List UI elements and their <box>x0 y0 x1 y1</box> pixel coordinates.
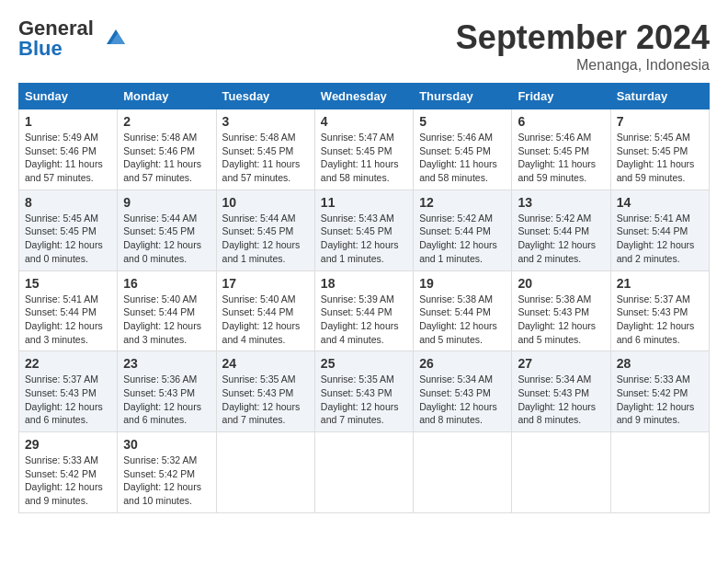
day-info-27: Sunrise: 5:34 AMSunset: 5:43 PMDaylight:… <box>518 373 604 427</box>
calendar-day-18: 18 Sunrise: 5:39 AMSunset: 5:44 PMDaylig… <box>314 270 413 351</box>
day-info-17: Sunrise: 5:40 AMSunset: 5:44 PMDaylight:… <box>222 293 309 347</box>
day-number-24: 24 <box>222 356 309 371</box>
logo-icon <box>97 26 127 52</box>
calendar-day-6: 6 Sunrise: 5:46 AMSunset: 5:45 PMDayligh… <box>512 109 610 190</box>
day-number-11: 11 <box>321 195 407 210</box>
day-number-4: 4 <box>321 114 407 129</box>
calendar-day-1: 1 Sunrise: 5:49 AMSunset: 5:46 PMDayligh… <box>19 109 118 190</box>
header-sunday: Sunday <box>19 84 118 109</box>
calendar-week-5: 29 Sunrise: 5:33 AMSunset: 5:42 PMDaylig… <box>19 432 710 513</box>
page-header: General Blue September 2024 Menanga, Ind… <box>18 18 710 74</box>
day-info-4: Sunrise: 5:47 AMSunset: 5:45 PMDaylight:… <box>321 131 407 185</box>
empty-cell <box>610 432 709 513</box>
day-number-3: 3 <box>222 114 309 129</box>
calendar-day-28: 28 Sunrise: 5:33 AMSunset: 5:42 PMDaylig… <box>610 351 709 432</box>
calendar-week-3: 15 Sunrise: 5:41 AMSunset: 5:44 PMDaylig… <box>19 270 710 351</box>
day-info-15: Sunrise: 5:41 AMSunset: 5:44 PMDaylight:… <box>25 293 111 347</box>
day-info-21: Sunrise: 5:37 AMSunset: 5:43 PMDaylight:… <box>617 293 703 347</box>
calendar-day-9: 9 Sunrise: 5:44 AMSunset: 5:45 PMDayligh… <box>118 190 216 270</box>
day-number-25: 25 <box>321 356 407 371</box>
logo-blue: Blue <box>18 39 63 59</box>
calendar-day-10: 10 Sunrise: 5:44 AMSunset: 5:45 PMDaylig… <box>216 190 314 270</box>
weekday-header-row: Sunday Monday Tuesday Wednesday Thursday… <box>19 84 710 109</box>
day-info-2: Sunrise: 5:48 AMSunset: 5:46 PMDaylight:… <box>123 131 210 185</box>
day-info-29: Sunrise: 5:33 AMSunset: 5:42 PMDaylight:… <box>25 454 111 508</box>
day-number-30: 30 <box>123 437 210 452</box>
day-number-17: 17 <box>222 276 309 291</box>
day-number-7: 7 <box>617 114 703 129</box>
calendar-table: Sunday Monday Tuesday Wednesday Thursday… <box>18 83 710 513</box>
day-number-18: 18 <box>321 276 407 291</box>
header-tuesday: Tuesday <box>216 84 314 109</box>
calendar-day-15: 15 Sunrise: 5:41 AMSunset: 5:44 PMDaylig… <box>19 270 118 351</box>
calendar-week-4: 22 Sunrise: 5:37 AMSunset: 5:43 PMDaylig… <box>19 351 710 432</box>
header-wednesday: Wednesday <box>314 84 413 109</box>
header-monday: Monday <box>118 84 216 109</box>
day-number-8: 8 <box>25 195 111 210</box>
day-info-3: Sunrise: 5:48 AMSunset: 5:45 PMDaylight:… <box>222 131 309 185</box>
day-number-9: 9 <box>123 195 210 210</box>
calendar-day-20: 20 Sunrise: 5:38 AMSunset: 5:43 PMDaylig… <box>512 270 610 351</box>
day-info-24: Sunrise: 5:35 AMSunset: 5:43 PMDaylight:… <box>222 373 309 427</box>
calendar-day-27: 27 Sunrise: 5:34 AMSunset: 5:43 PMDaylig… <box>512 351 610 432</box>
logo-general: General <box>18 18 94 39</box>
calendar-week-2: 8 Sunrise: 5:45 AMSunset: 5:45 PMDayligh… <box>19 190 710 270</box>
day-number-29: 29 <box>25 437 111 452</box>
calendar-day-29: 29 Sunrise: 5:33 AMSunset: 5:42 PMDaylig… <box>19 432 118 513</box>
calendar-day-22: 22 Sunrise: 5:37 AMSunset: 5:43 PMDaylig… <box>19 351 118 432</box>
empty-cell <box>512 432 610 513</box>
day-number-13: 13 <box>518 195 604 210</box>
calendar-day-12: 12 Sunrise: 5:42 AMSunset: 5:44 PMDaylig… <box>414 190 512 270</box>
day-info-26: Sunrise: 5:34 AMSunset: 5:43 PMDaylight:… <box>419 373 506 427</box>
day-info-8: Sunrise: 5:45 AMSunset: 5:45 PMDaylight:… <box>25 212 111 266</box>
day-number-15: 15 <box>25 276 111 291</box>
logo: General Blue <box>18 18 127 59</box>
calendar-day-4: 4 Sunrise: 5:47 AMSunset: 5:45 PMDayligh… <box>314 109 413 190</box>
location-subtitle: Menanga, Indonesia <box>456 57 710 74</box>
day-number-1: 1 <box>25 114 111 129</box>
day-info-7: Sunrise: 5:45 AMSunset: 5:45 PMDaylight:… <box>617 131 703 185</box>
calendar-day-21: 21 Sunrise: 5:37 AMSunset: 5:43 PMDaylig… <box>610 270 709 351</box>
calendar-day-26: 26 Sunrise: 5:34 AMSunset: 5:43 PMDaylig… <box>414 351 512 432</box>
empty-cell <box>314 432 413 513</box>
header-saturday: Saturday <box>610 84 709 109</box>
empty-cell <box>216 432 314 513</box>
day-number-6: 6 <box>518 114 604 129</box>
day-number-22: 22 <box>25 356 111 371</box>
day-info-11: Sunrise: 5:43 AMSunset: 5:45 PMDaylight:… <box>321 212 407 266</box>
day-info-12: Sunrise: 5:42 AMSunset: 5:44 PMDaylight:… <box>419 212 506 266</box>
calendar-week-1: 1 Sunrise: 5:49 AMSunset: 5:46 PMDayligh… <box>19 109 710 190</box>
day-info-14: Sunrise: 5:41 AMSunset: 5:44 PMDaylight:… <box>617 212 703 266</box>
day-number-19: 19 <box>419 276 506 291</box>
day-number-16: 16 <box>123 276 210 291</box>
calendar-day-17: 17 Sunrise: 5:40 AMSunset: 5:44 PMDaylig… <box>216 270 314 351</box>
day-number-5: 5 <box>419 114 506 129</box>
day-info-25: Sunrise: 5:35 AMSunset: 5:43 PMDaylight:… <box>321 373 407 427</box>
empty-cell <box>414 432 512 513</box>
day-info-5: Sunrise: 5:46 AMSunset: 5:45 PMDaylight:… <box>419 131 506 185</box>
day-info-20: Sunrise: 5:38 AMSunset: 5:43 PMDaylight:… <box>518 293 604 347</box>
title-area: September 2024 Menanga, Indonesia <box>456 18 710 74</box>
day-number-21: 21 <box>617 276 703 291</box>
calendar-day-30: 30 Sunrise: 5:32 AMSunset: 5:42 PMDaylig… <box>118 432 216 513</box>
day-number-10: 10 <box>222 195 309 210</box>
day-info-16: Sunrise: 5:40 AMSunset: 5:44 PMDaylight:… <box>123 293 210 347</box>
header-friday: Friday <box>512 84 610 109</box>
calendar-day-7: 7 Sunrise: 5:45 AMSunset: 5:45 PMDayligh… <box>610 109 709 190</box>
day-number-28: 28 <box>617 356 703 371</box>
calendar-day-24: 24 Sunrise: 5:35 AMSunset: 5:43 PMDaylig… <box>216 351 314 432</box>
day-info-1: Sunrise: 5:49 AMSunset: 5:46 PMDaylight:… <box>25 131 111 185</box>
day-info-23: Sunrise: 5:36 AMSunset: 5:43 PMDaylight:… <box>123 373 210 427</box>
calendar-day-5: 5 Sunrise: 5:46 AMSunset: 5:45 PMDayligh… <box>414 109 512 190</box>
day-info-19: Sunrise: 5:38 AMSunset: 5:44 PMDaylight:… <box>419 293 506 347</box>
day-number-23: 23 <box>123 356 210 371</box>
calendar-day-19: 19 Sunrise: 5:38 AMSunset: 5:44 PMDaylig… <box>414 270 512 351</box>
day-info-10: Sunrise: 5:44 AMSunset: 5:45 PMDaylight:… <box>222 212 309 266</box>
calendar-day-14: 14 Sunrise: 5:41 AMSunset: 5:44 PMDaylig… <box>610 190 709 270</box>
day-number-14: 14 <box>617 195 703 210</box>
day-info-30: Sunrise: 5:32 AMSunset: 5:42 PMDaylight:… <box>123 454 210 508</box>
day-info-28: Sunrise: 5:33 AMSunset: 5:42 PMDaylight:… <box>617 373 703 427</box>
month-title: September 2024 <box>456 18 710 57</box>
calendar-day-3: 3 Sunrise: 5:48 AMSunset: 5:45 PMDayligh… <box>216 109 314 190</box>
calendar-day-25: 25 Sunrise: 5:35 AMSunset: 5:43 PMDaylig… <box>314 351 413 432</box>
